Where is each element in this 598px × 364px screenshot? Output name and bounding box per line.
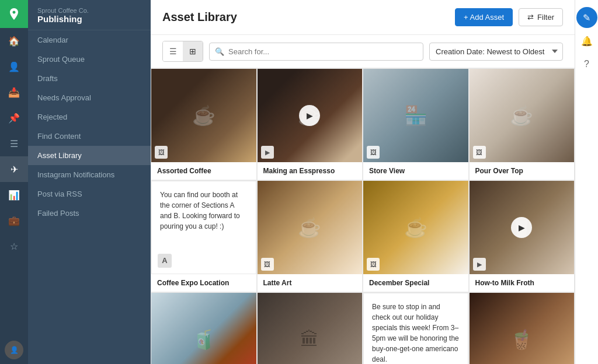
nav-item-asset-library[interactable]: Asset Library — [28, 146, 151, 165]
nav-sidebar: Sprout Coffee Co. Publishing Calendar Sp… — [28, 0, 151, 364]
asset-card-9[interactable]: 🧃 🖼 — [151, 292, 257, 364]
asset-text-content-11: Be sure to stop in and check out our hol… — [372, 302, 460, 364]
asset-label-2: Making an Esspresso — [258, 162, 363, 180]
asset-card-1[interactable]: ☕ 🖼 Assorted Coffee — [151, 68, 257, 180]
asset-thumb-2: ☕ ▶ ▶ — [258, 69, 363, 162]
sort-select[interactable]: Creation Date: Newest to Oldest — [429, 43, 563, 61]
asset-card-8[interactable]: 🥛 ▶ ▶ How-to Milk Froth — [469, 180, 575, 292]
profile-icon-button[interactable]: ✎ — [576, 7, 597, 28]
app-logo[interactable] — [0, 0, 28, 28]
iced-coffee-overlay: 🧋 — [470, 293, 575, 364]
search-container: 🔍 — [209, 43, 423, 61]
nav-item-post-via-rss[interactable]: Post via RSS — [28, 184, 151, 204]
sidebar-icon-user[interactable]: 👤 — [0, 54, 28, 79]
asset-text-content-5: You can find our booth at the corner of … — [160, 190, 248, 232]
asset-grid: ☕ 🖼 Assorted Coffee ☕ ▶ ▶ Making an Essp… — [151, 68, 575, 364]
mason-jar-overlay: 🧃 — [151, 293, 256, 364]
sidebar-bottom: 👤 — [5, 341, 23, 364]
asset-card-3[interactable]: 🏪 🖼 Store View — [363, 68, 469, 180]
asset-thumb-6: ☕ 🖼 — [258, 181, 363, 274]
asset-label-7: December Special — [363, 274, 468, 292]
nav-header: Sprout Coffee Co. Publishing — [28, 0, 151, 30]
company-name: Sprout Coffee Co. — [37, 7, 141, 14]
nav-item-rejected[interactable]: Rejected — [28, 107, 151, 127]
nav-item-needs-approval[interactable]: Needs Approval — [28, 88, 151, 107]
sidebar-icon-pin[interactable]: 📌 — [0, 105, 28, 131]
image-badge-1: 🖼 — [155, 146, 168, 159]
search-icon: 🔍 — [215, 47, 224, 56]
sidebar-icon-list[interactable]: ☰ — [0, 131, 28, 156]
asset-card-7[interactable]: ☕ 🖼 December Special — [363, 180, 469, 292]
nav-item-calendar[interactable]: Calendar — [28, 30, 151, 50]
logo-icon — [7, 7, 21, 21]
text-type-icon-5: A — [158, 254, 172, 268]
page-title: Asset Library — [162, 10, 449, 24]
asset-thumb-8: 🥛 ▶ ▶ — [470, 181, 575, 274]
asset-card-11[interactable]: Be sure to stop in and check out our hol… — [363, 292, 469, 364]
main-header: Asset Library + Add Asset ⇄ Filter — [151, 0, 575, 35]
nav-item-find-content[interactable]: Find Content — [28, 127, 151, 146]
hallway-overlay: 🏛 — [258, 293, 363, 364]
video-badge-2: ▶ — [261, 146, 274, 159]
add-asset-button[interactable]: + Add Asset — [455, 8, 513, 26]
notification-icon-button[interactable]: 🔔 — [576, 30, 597, 51]
toolbar: ☰ ⊞ 🔍 Creation Date: Newest to Oldest — [151, 35, 575, 68]
sidebar-icon-briefcase[interactable]: 💼 — [0, 208, 28, 233]
sidebar-icon-home[interactable]: 🏠 — [0, 28, 28, 54]
view-toggle: ☰ ⊞ — [162, 41, 203, 62]
nav-item-drafts[interactable]: Drafts — [28, 69, 151, 88]
main-content: Asset Library + Add Asset ⇄ Filter ☰ ⊞ 🔍… — [151, 0, 575, 364]
asset-thumb-4: ☕ 🖼 — [470, 69, 575, 162]
play-button-8: ▶ — [511, 217, 532, 238]
asset-thumb-7: ☕ 🖼 — [363, 181, 468, 274]
sidebar-icon-inbox[interactable]: 📥 — [0, 79, 28, 105]
filter-label: Filter — [537, 13, 554, 22]
nav-item-sprout-queue[interactable]: Sprout Queue — [28, 50, 151, 69]
asset-label-1: Assorted Coffee — [151, 162, 256, 180]
section-title: Publishing — [37, 14, 141, 24]
asset-label-6: Latte Art — [258, 274, 363, 292]
asset-thumb-9: 🧃 🖼 — [151, 293, 256, 364]
sidebar-icon-chart[interactable]: 📊 — [0, 182, 28, 208]
asset-label-3: Store View — [363, 162, 468, 180]
right-panel: ✎ 🔔 ? — [575, 0, 598, 364]
image-badge-3: 🖼 — [367, 146, 380, 159]
asset-thumb-3: 🏪 🖼 — [363, 69, 468, 162]
nav-item-instagram-notifications[interactable]: Instagram Notifications — [28, 165, 151, 184]
asset-label-8: How-to Milk Froth — [470, 274, 575, 292]
grid-view-button[interactable]: ⊞ — [183, 41, 203, 61]
icon-sidebar: 🏠 👤 📥 📌 ☰ ✈ 📊 💼 ☆ 👤 — [0, 0, 28, 364]
filter-button[interactable]: ⇄ Filter — [519, 8, 563, 26]
list-view-button[interactable]: ☰ — [163, 41, 183, 61]
asset-card-5[interactable]: You can find our booth at the corner of … — [151, 180, 257, 292]
image-badge-7: 🖼 — [367, 258, 380, 271]
image-badge-6: 🖼 — [261, 258, 274, 271]
asset-card-10[interactable]: 🏛 🖼 — [257, 292, 363, 364]
video-badge-8: ▶ — [473, 258, 486, 271]
asset-thumb-12: 🧋 🖼 — [470, 293, 575, 364]
asset-thumb-1: ☕ 🖼 — [151, 69, 256, 162]
search-input[interactable] — [209, 43, 423, 61]
help-icon-button[interactable]: ? — [576, 54, 597, 75]
asset-card-2[interactable]: ☕ ▶ ▶ Making an Esspresso — [257, 68, 363, 180]
asset-label-5: Coffee Expo Location — [151, 274, 256, 292]
asset-text-5: You can find our booth at the corner of … — [151, 181, 256, 274]
asset-label-4: Pour Over Top — [470, 162, 575, 180]
sidebar-icon-send[interactable]: ✈ — [0, 156, 28, 182]
asset-card-12[interactable]: 🧋 🖼 — [469, 292, 575, 364]
asset-card-4[interactable]: ☕ 🖼 Pour Over Top — [469, 68, 575, 180]
play-button-2: ▶ — [299, 105, 320, 126]
image-badge-4: 🖼 — [473, 146, 486, 159]
sidebar-icon-star[interactable]: ☆ — [0, 233, 28, 259]
asset-text-11: Be sure to stop in and check out our hol… — [363, 293, 468, 364]
asset-thumb-10: 🏛 🖼 — [258, 293, 363, 364]
nav-item-failed-posts[interactable]: Failed Posts — [28, 204, 151, 223]
filter-icon: ⇄ — [527, 13, 534, 22]
avatar[interactable]: 👤 — [5, 341, 23, 359]
asset-card-6[interactable]: ☕ 🖼 Latte Art — [257, 180, 363, 292]
